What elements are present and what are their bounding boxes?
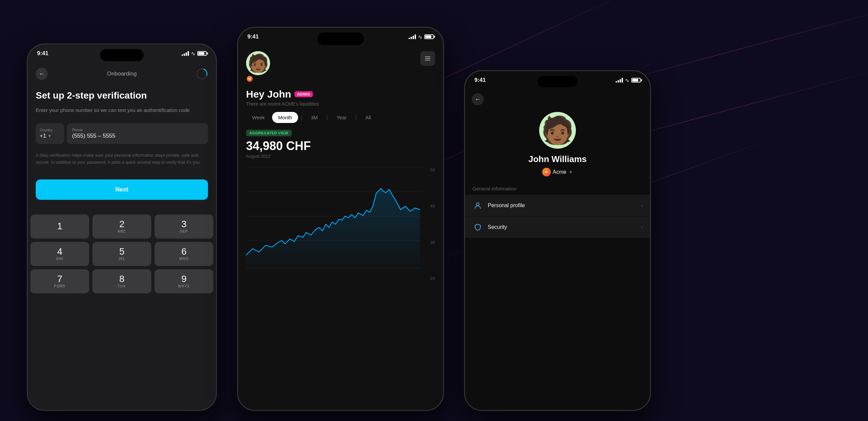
key-6[interactable]: 6 MNO: [155, 242, 213, 266]
dynamic-island-3: [537, 76, 578, 87]
security-label: Security: [488, 224, 507, 230]
svg-rect-3: [425, 58, 430, 59]
chart-date: August 2022: [246, 154, 435, 159]
phones-container: 9:41 ∿ ← Onboarding: [27, 17, 651, 411]
verification-info-text: 2-Step verification helps make sure your…: [36, 152, 208, 166]
divider-2: |: [327, 115, 328, 121]
company-badge-avatar: M: [246, 75, 253, 83]
country-selector[interactable]: Country +1 ▼: [36, 123, 64, 144]
list-view-button[interactable]: [420, 51, 435, 66]
status-time-3: 9:41: [474, 77, 486, 84]
key-8[interactable]: 8 TUV: [92, 269, 151, 293]
person-icon: [472, 200, 483, 211]
dynamic-island-2: [317, 32, 364, 45]
dynamic-island-1: [100, 49, 144, 61]
y-label-40: 40: [430, 203, 435, 208]
key-2[interactable]: 2 ABC: [92, 215, 151, 238]
security-chevron: ›: [641, 224, 643, 230]
wifi-icon-2: ∿: [418, 34, 422, 40]
verification-description: Enter your phone number so we can text y…: [36, 107, 208, 114]
key-5[interactable]: 5 JKL: [92, 242, 151, 266]
back-button[interactable]: ←: [36, 68, 48, 80]
phone-1-body: Set up 2-step verification Enter your ph…: [28, 83, 216, 215]
key-7[interactable]: 7 PQRS: [30, 269, 89, 293]
y-label-20: 20: [430, 276, 435, 281]
chart-area: 50 40 30 20: [246, 164, 435, 284]
svg-rect-2: [425, 56, 430, 57]
wifi-icon-1: ∿: [191, 51, 195, 57]
company-name: Acme: [553, 169, 566, 175]
tab-year[interactable]: Year: [331, 112, 352, 123]
country-code: +1 ▼: [40, 133, 60, 139]
key-4[interactable]: 4 GHI: [30, 242, 89, 266]
country-label: Country: [40, 128, 60, 132]
phone-profile: 9:41 ∿ ←: [464, 70, 651, 411]
numeric-keypad: 1 2 ABC 3 DEF 4 GHI 5 JKL: [28, 215, 216, 293]
signal-icon-2: [409, 34, 416, 39]
verification-title: Set up 2-step verification: [36, 90, 208, 101]
status-icons-1: ∿: [182, 51, 207, 57]
divider-3: |: [355, 115, 356, 121]
tab-month[interactable]: Month: [272, 112, 298, 123]
phone-3-screen: 9:41 ∿ ←: [465, 71, 650, 410]
menu-item-security[interactable]: Security ›: [465, 217, 650, 238]
profile-header: ←: [465, 89, 650, 105]
phone-onboarding: 9:41 ∿ ← Onboarding: [27, 44, 217, 411]
onboarding-label: Onboarding: [107, 71, 137, 77]
tab-week[interactable]: Week: [246, 112, 271, 123]
key-1[interactable]: 1: [30, 215, 89, 238]
status-time-1: 9:41: [37, 50, 49, 57]
phone-value: (555) 555 – 5555: [72, 133, 203, 139]
chart-y-labels: 50 40 30 20: [430, 164, 435, 284]
key-3[interactable]: 3 DEF: [155, 215, 213, 238]
dashboard-header: 🧑🏾 M: [238, 46, 443, 86]
status-icons-2: ∿: [409, 34, 434, 40]
onboarding-header: ← Onboarding: [28, 62, 216, 83]
key-9[interactable]: 9 WXYZ: [155, 269, 213, 293]
wifi-icon-3: ∿: [625, 77, 629, 84]
battery-icon-3: [631, 78, 641, 83]
shield-icon: [472, 222, 483, 232]
dashboard-greeting: Hey John ADMIN There are recent ACME's l…: [238, 86, 443, 112]
y-label-50: 50: [430, 167, 435, 172]
next-button[interactable]: Next: [36, 179, 208, 200]
y-label-30: 30: [430, 240, 435, 245]
signal-icon-3: [616, 78, 623, 83]
admin-badge: ADMIN: [294, 91, 313, 97]
profile-avatar-wrap: 🧑🏾: [465, 105, 650, 154]
chart-value: 34,980 CHF: [246, 139, 435, 153]
aggregated-tag: AGGREGATED VIEW: [246, 130, 292, 136]
phone-input-field[interactable]: Phone (555) 555 – 5555: [67, 123, 208, 144]
line-chart: [246, 164, 422, 275]
chart-container: AGGREGATED VIEW 34,980 CHF August 2022 5…: [238, 130, 443, 284]
profile-name: John Williams: [465, 154, 650, 164]
phone-label: Phone: [72, 128, 203, 132]
signal-icon-1: [182, 51, 189, 56]
profile-back-button[interactable]: ←: [472, 93, 484, 105]
period-tabs: Week Month | 3M | Year | All: [238, 112, 443, 123]
status-icons-3: ∿: [616, 77, 641, 84]
company-logo: M: [542, 168, 551, 176]
avatar-wrap[interactable]: 🧑🏾 M: [246, 51, 270, 83]
menu-item-personal-profile[interactable]: Personal profile ›: [465, 195, 650, 216]
tab-all[interactable]: All: [359, 112, 377, 123]
battery-icon-2: [424, 34, 434, 39]
status-time-2: 9:41: [247, 33, 259, 40]
tab-3m[interactable]: 3M: [305, 112, 324, 123]
profile-avatar: 🧑🏾: [539, 112, 576, 149]
section-title: General information: [465, 186, 650, 192]
phone-dashboard: 9:41 ∿ 🧑: [237, 27, 444, 411]
company-chevron-icon: ▼: [568, 169, 573, 175]
svg-rect-4: [425, 60, 430, 60]
greeting-subtitle: There are recent ACME's liquidities: [246, 101, 435, 107]
company-badge[interactable]: M Acme ▼: [465, 168, 650, 176]
battery-icon-1: [197, 51, 207, 56]
greeting-text: Hey John: [246, 88, 291, 100]
phone-2-screen: 9:41 ∿ 🧑: [238, 28, 443, 410]
personal-profile-chevron: ›: [641, 202, 643, 208]
personal-profile-label: Personal profile: [488, 202, 525, 208]
phone-1-screen: 9:41 ∿ ← Onboarding: [28, 45, 216, 410]
progress-ring: [196, 68, 208, 80]
divider-1: |: [301, 115, 302, 121]
svg-point-10: [476, 203, 479, 205]
